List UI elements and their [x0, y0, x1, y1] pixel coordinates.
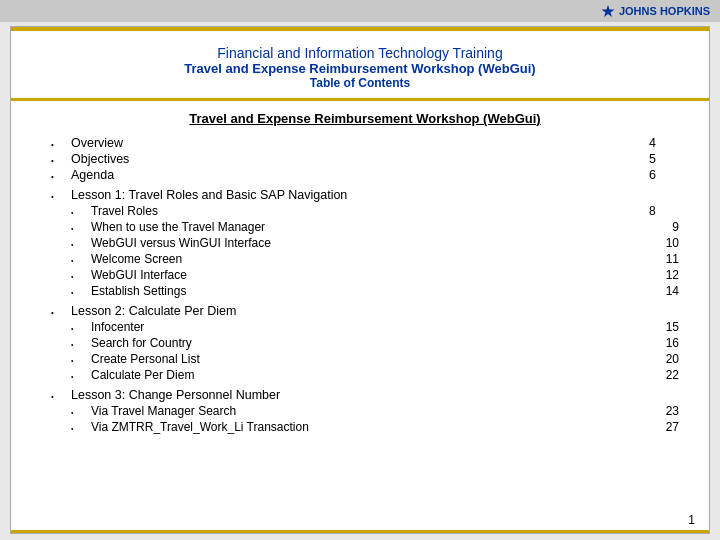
item-number: 10: [646, 236, 679, 250]
bullet-icon: •: [71, 287, 87, 296]
list-item: • Lesson 1: Travel Roles and Basic SAP N…: [51, 188, 679, 202]
svg-marker-0: [601, 5, 614, 17]
bullet-icon: •: [71, 355, 87, 364]
item-text: Overview: [71, 136, 649, 150]
item-number: 15: [586, 320, 679, 334]
toc-title: Travel and Expense Reimbursement Worksho…: [51, 111, 679, 126]
bullet-icon: •: [71, 371, 87, 380]
item-text: Agenda: [71, 168, 649, 182]
item-number: 5: [649, 152, 679, 166]
bottom-yellow-line: [11, 530, 709, 533]
item-number: 8: [649, 204, 679, 218]
item-number: 6: [649, 168, 679, 182]
list-item: • Via ZMTRR_Travel_Work_Li Transaction 2…: [71, 420, 679, 434]
list-item: • Search for Country 16: [71, 336, 679, 350]
bullet-icon: •: [71, 323, 87, 332]
list-item: • Objectives 5: [51, 152, 679, 166]
toc-section-lesson2: • Lesson 2: Calculate Per Diem • Infocen…: [51, 304, 679, 382]
list-item: • Overview 4: [51, 136, 679, 150]
lesson3-sub-items: • Via Travel Manager Search 23 • Via ZMT…: [71, 404, 679, 434]
item-number: 4: [649, 136, 679, 150]
list-item: • Create Personal List 20: [71, 352, 679, 366]
list-item: • Welcome Screen 11: [71, 252, 679, 266]
lesson3-label: Lesson 3: Change Personnel Number: [71, 388, 679, 402]
bullet-icon: •: [71, 255, 87, 264]
bullet-icon: •: [51, 138, 67, 149]
jhu-logo: JOHNS HOPKINS: [601, 4, 710, 18]
item-text: WebGUI Interface: [91, 268, 606, 282]
item-text: Search for Country: [91, 336, 606, 350]
slide-header: Financial and Information Technology Tra…: [11, 31, 709, 101]
list-item: • Agenda 6: [51, 168, 679, 182]
slide-title-toc: Table of Contents: [31, 76, 689, 90]
item-number: 20: [606, 352, 679, 366]
item-number: 9: [632, 220, 679, 234]
list-item: • Lesson 2: Calculate Per Diem: [51, 304, 679, 318]
slide-content: Travel and Expense Reimbursement Worksho…: [11, 101, 709, 530]
list-item: • When to use the Travel Manager 9: [71, 220, 679, 234]
bullet-icon: •: [51, 306, 67, 317]
list-item: • Establish Settings 14: [71, 284, 679, 298]
bullet-icon: •: [51, 170, 67, 181]
item-text: WebGUI versus WinGUI Interface: [91, 236, 646, 250]
item-number: 11: [606, 252, 679, 266]
item-text: Objectives: [71, 152, 649, 166]
lesson2-label: Lesson 2: Calculate Per Diem: [71, 304, 679, 318]
lesson2-sub-items: • Infocenter 15 • Search for Country 16 …: [71, 320, 679, 382]
lesson1-sub-items: • Travel Roles 8 • When to use the Trave…: [71, 204, 679, 298]
list-item: • Travel Roles 8: [71, 204, 679, 218]
item-text: Via Travel Manager Search: [91, 404, 616, 418]
item-text: Create Personal List: [91, 352, 606, 366]
bullet-icon: •: [51, 390, 67, 401]
item-number: 14: [606, 284, 679, 298]
bullet-icon: •: [71, 339, 87, 348]
jhu-logo-text: JOHNS HOPKINS: [619, 5, 710, 17]
slide-title-sub: Travel and Expense Reimbursement Worksho…: [31, 61, 689, 76]
slide-container: Financial and Information Technology Tra…: [10, 26, 710, 534]
bullet-icon: •: [71, 223, 87, 232]
jhu-icon: [601, 4, 615, 18]
item-number: 16: [606, 336, 679, 350]
page-number: 1: [688, 513, 695, 527]
item-text: Calculate Per Diem: [91, 368, 606, 382]
list-item: • Via Travel Manager Search 23: [71, 404, 679, 418]
list-item: • Lesson 3: Change Personnel Number: [51, 388, 679, 402]
item-text: Establish Settings: [91, 284, 606, 298]
bullet-icon: •: [71, 207, 87, 216]
bullet-icon: •: [71, 271, 87, 280]
bullet-icon: •: [71, 239, 87, 248]
header-bar: JOHNS HOPKINS: [0, 0, 720, 22]
item-text: Travel Roles: [91, 204, 649, 218]
bullet-icon: •: [71, 423, 87, 432]
toc-section-lesson3: • Lesson 3: Change Personnel Number • Vi…: [51, 388, 679, 434]
list-item: • Infocenter 15: [71, 320, 679, 334]
list-item: • Calculate Per Diem 22: [71, 368, 679, 382]
toc-section-lesson1: • Lesson 1: Travel Roles and Basic SAP N…: [51, 188, 679, 298]
item-number: 23: [616, 404, 679, 418]
item-number: 22: [606, 368, 679, 382]
bullet-icon: •: [51, 154, 67, 165]
list-item: • WebGUI Interface 12: [71, 268, 679, 282]
slide-title-main: Financial and Information Technology Tra…: [31, 45, 689, 61]
item-text: Welcome Screen: [91, 252, 606, 266]
item-number: 12: [606, 268, 679, 282]
item-text: When to use the Travel Manager: [91, 220, 632, 234]
toc-section-top: • Overview 4 • Objectives 5 • Agenda 6: [51, 136, 679, 182]
list-item: • WebGUI versus WinGUI Interface 10: [71, 236, 679, 250]
item-number: 27: [646, 420, 679, 434]
lesson1-label: Lesson 1: Travel Roles and Basic SAP Nav…: [71, 188, 679, 202]
bullet-icon: •: [71, 407, 87, 416]
item-text: Via ZMTRR_Travel_Work_Li Transaction: [91, 420, 646, 434]
item-text: Infocenter: [91, 320, 586, 334]
bullet-icon: •: [51, 190, 67, 201]
